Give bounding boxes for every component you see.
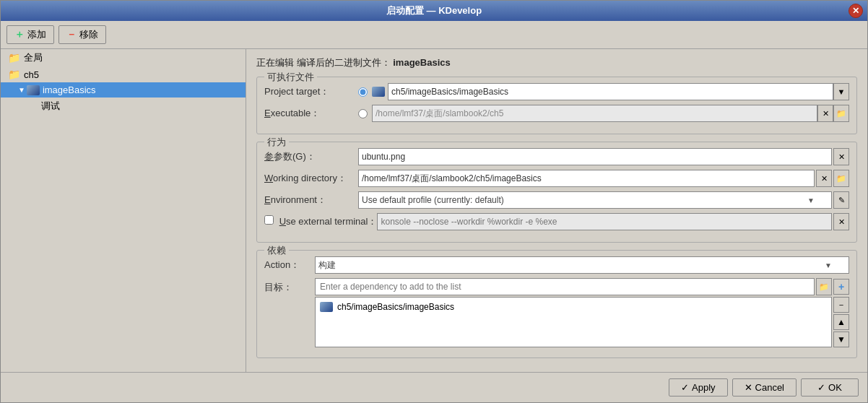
target-area: 📁 + ch5/imageBasics/imageBasics bbox=[315, 278, 849, 347]
args-input[interactable] bbox=[358, 148, 832, 165]
minus-icon: － bbox=[66, 28, 77, 41]
sidebar-item-label: ch5 bbox=[24, 69, 39, 80]
target-remove-btn[interactable]: － bbox=[833, 297, 849, 313]
dependency-group: 依赖 Action： 构建 安装 清理 ▼ 目标： bbox=[256, 250, 857, 358]
args-label: 参参数(G)： bbox=[264, 150, 358, 163]
terminal-input-wrapper: ✕ bbox=[377, 213, 849, 230]
executable-group: 可执行文件 Project target： ▼ Executable： bbox=[256, 77, 857, 134]
behavior-group: 行为 参参数(G)： ✕ Working directory： bbox=[256, 142, 857, 243]
action-row: Action： 构建 安装 清理 ▼ bbox=[264, 256, 849, 274]
executable-section-title: 可执行文件 bbox=[264, 71, 317, 84]
apply-checkmark-icon: ✓ bbox=[681, 382, 689, 393]
workdir-input[interactable] bbox=[358, 170, 815, 187]
target-list: ch5/imageBasics/imageBasics bbox=[315, 297, 832, 347]
target-up-btn[interactable]: ▲ bbox=[833, 314, 849, 330]
target-controls: － ▲ ▼ bbox=[833, 297, 849, 347]
cancel-button[interactable]: ✕ Cancel bbox=[732, 378, 797, 396]
env-label: Environment： bbox=[264, 194, 358, 207]
folder-icon: 📁 bbox=[6, 52, 21, 64]
bottom-buttons: ✓ Apply ✕ Cancel ✓ OK bbox=[1, 372, 867, 402]
sidebar: 📁 全局 📁 ch5 ▼ imageBasics 调试 bbox=[1, 49, 246, 372]
terminal-clear-btn[interactable]: ✕ bbox=[833, 213, 849, 230]
action-select-wrapper: 构建 安装 清理 ▼ bbox=[315, 256, 849, 274]
external-terminal-row: Use external terminal： ✕ bbox=[264, 213, 849, 230]
expand-arrow: ▼ bbox=[18, 86, 25, 94]
app-icon bbox=[27, 85, 40, 95]
list-item[interactable]: ch5/imageBasics/imageBasics bbox=[316, 298, 831, 316]
project-target-app-icon bbox=[372, 87, 385, 97]
apply-label: Apply bbox=[692, 382, 716, 393]
toolbar: ＋ 添加 － 移除 bbox=[1, 21, 867, 49]
target-entry-input[interactable] bbox=[315, 278, 815, 295]
executable-radio[interactable] bbox=[358, 109, 368, 118]
args-input-wrapper: ✕ bbox=[358, 148, 849, 165]
target-browse-btn[interactable]: 📁 bbox=[816, 278, 832, 295]
env-edit-btn[interactable]: ✎ bbox=[833, 191, 849, 209]
editing-name: imageBasics bbox=[393, 57, 451, 68]
sidebar-item-ch5[interactable]: 📁 ch5 bbox=[1, 66, 246, 82]
external-terminal-label: Use external terminal： bbox=[264, 215, 377, 228]
sidebar-item-imagebasics[interactable]: ▼ imageBasics bbox=[1, 82, 246, 98]
executable-input[interactable] bbox=[372, 105, 817, 122]
sidebar-item-label: 调试 bbox=[41, 100, 60, 113]
terminal-input[interactable] bbox=[377, 213, 832, 230]
action-label: Action： bbox=[264, 259, 315, 272]
sidebar-item-label: imageBasics bbox=[43, 84, 96, 95]
add-label: 添加 bbox=[27, 28, 46, 41]
project-target-label: Project target： bbox=[264, 85, 358, 98]
workdir-label: Working directory： bbox=[264, 172, 358, 185]
workdir-clear-btn[interactable]: ✕ bbox=[816, 170, 832, 187]
ok-button[interactable]: ✓ OK bbox=[801, 378, 859, 396]
right-panel: 正在编辑 编译后的二进制文件： imageBasics 可执行文件 Projec… bbox=[246, 49, 867, 372]
close-button[interactable]: ✕ bbox=[849, 4, 863, 18]
ok-check-icon: ✓ bbox=[817, 382, 825, 393]
executable-clear-btn[interactable]: ✕ bbox=[817, 105, 833, 122]
editing-info: 正在编辑 编译后的二进制文件： imageBasics bbox=[256, 56, 857, 69]
main-content: 📁 全局 📁 ch5 ▼ imageBasics 调试 bbox=[1, 49, 867, 372]
target-entry-row: 📁 + bbox=[315, 278, 849, 295]
env-select-wrapper: Use default profile (currently: default)… bbox=[358, 191, 832, 209]
executable-label: Executable： bbox=[264, 107, 358, 120]
target-label: 目标： bbox=[264, 278, 315, 294]
apply-button[interactable]: ✓ Apply bbox=[669, 378, 728, 396]
args-row: 参参数(G)： ✕ bbox=[264, 148, 849, 165]
ok-label: OK bbox=[828, 382, 842, 393]
editing-label: 正在编辑 编译后的二进制文件： bbox=[256, 57, 391, 68]
cancel-label: Cancel bbox=[755, 382, 784, 393]
project-target-input[interactable] bbox=[388, 83, 833, 100]
add-button[interactable]: ＋ 添加 bbox=[6, 25, 54, 44]
window-title: 启动配置 — KDevelop bbox=[386, 4, 482, 17]
target-row: 目标： 📁 + ch5 bbox=[264, 278, 849, 347]
workdir-input-wrapper: ✕ 📁 bbox=[358, 170, 849, 187]
project-target-dropdown-btn[interactable]: ▼ bbox=[833, 83, 849, 100]
dependency-section-title: 依赖 bbox=[264, 244, 289, 257]
target-down-btn[interactable]: ▼ bbox=[833, 332, 849, 347]
external-terminal-checkbox[interactable] bbox=[264, 215, 274, 225]
plus-icon: ＋ bbox=[14, 28, 25, 41]
env-row: Environment： Use default profile (curren… bbox=[264, 191, 849, 209]
workdir-row: Working directory： ✕ 📁 bbox=[264, 170, 849, 187]
list-item-label: ch5/imageBasics/imageBasics bbox=[337, 302, 454, 312]
remove-button[interactable]: － 移除 bbox=[58, 25, 106, 44]
executable-row: Executable： ✕ 📁 bbox=[264, 105, 849, 122]
project-target-row: Project target： ▼ bbox=[264, 83, 849, 100]
titlebar: 启动配置 — KDevelop ✕ bbox=[1, 1, 867, 21]
cancel-x-icon: ✕ bbox=[745, 382, 752, 393]
target-list-area: ch5/imageBasics/imageBasics － ▲ ▼ bbox=[315, 297, 849, 347]
project-target-radio[interactable] bbox=[358, 87, 368, 97]
executable-browse-btn[interactable]: 📁 bbox=[833, 105, 849, 122]
args-clear-btn[interactable]: ✕ bbox=[833, 148, 849, 165]
sidebar-item-debug[interactable]: 调试 bbox=[1, 98, 246, 115]
list-item-icon bbox=[320, 302, 333, 312]
behavior-section-title: 行为 bbox=[264, 136, 289, 149]
folder-icon: 📁 bbox=[6, 69, 21, 80]
action-select[interactable]: 构建 安装 清理 bbox=[315, 256, 849, 274]
workdir-browse-btn[interactable]: 📁 bbox=[833, 170, 849, 187]
env-select[interactable]: Use default profile (currently: default) bbox=[358, 191, 832, 209]
sidebar-item-label: 全局 bbox=[24, 51, 43, 64]
main-window: 启动配置 — KDevelop ✕ ＋ 添加 － 移除 📁 全局 📁 bbox=[0, 0, 868, 403]
sidebar-item-global[interactable]: 📁 全局 bbox=[1, 49, 246, 66]
target-add-btn[interactable]: + bbox=[833, 279, 849, 295]
remove-label: 移除 bbox=[79, 28, 98, 41]
